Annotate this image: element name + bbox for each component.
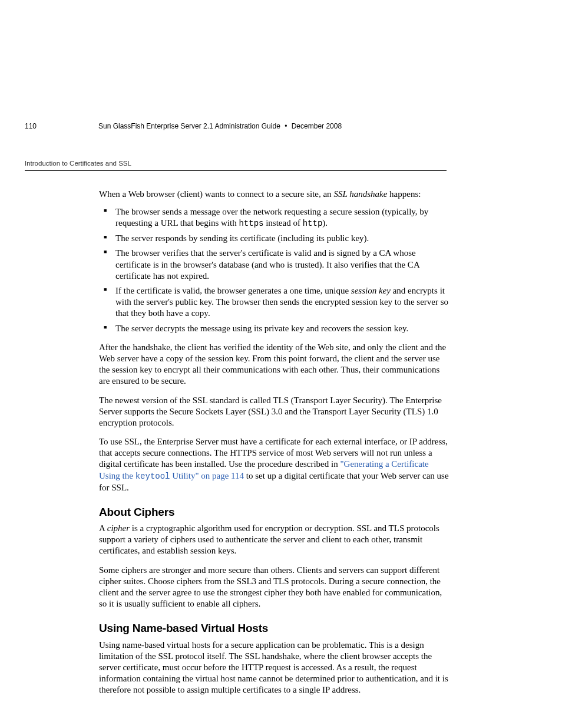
intro-paragraph: When a Web browser (client) wants to con… [99, 189, 450, 200]
footer-date: December 2008 [292, 122, 342, 130]
heading-about-ciphers: About Ciphers [99, 505, 450, 519]
paragraph: Using name-based virtual hosts for a sec… [99, 640, 450, 696]
link-code: keytool [135, 472, 170, 481]
text: happens: [387, 189, 421, 199]
paragraph: The newest version of the SSL standard i… [99, 395, 450, 429]
text: If the certificate is valid, the browser… [115, 286, 351, 295]
text: The server responds by sending its certi… [115, 233, 369, 243]
code: https [239, 219, 263, 228]
page-footer: 110Sun GlassFish Enterprise Server 2.1 A… [25, 122, 537, 130]
page-number: 110 [25, 122, 98, 130]
text: The server decrypts the message using it… [115, 324, 408, 333]
text: Using name-based virtual hosts for a sec… [99, 640, 448, 695]
footer-doc-title: Sun GlassFish Enterprise Server 2.1 Admi… [98, 122, 342, 130]
text: Some ciphers are stronger and more secur… [99, 565, 442, 609]
paragraph: A cipher is a cryptographic algorithm us… [99, 523, 450, 557]
text: Sun GlassFish Enterprise Server 2.1 Admi… [98, 122, 280, 130]
running-header: Introduction to Certificates and SSL [25, 160, 447, 171]
running-header-text: Introduction to Certificates and SSL [25, 160, 131, 167]
text-italic: SSL handshake [333, 189, 387, 199]
text: instead of [263, 218, 302, 228]
paragraph: Some ciphers are stronger and more secur… [99, 565, 450, 610]
text: ). [322, 218, 328, 228]
list-item: If the certificate is valid, the browser… [99, 285, 450, 319]
code: http [303, 219, 323, 228]
heading-virtual-hosts: Using Name-based Virtual Hosts [99, 621, 450, 635]
separator: • [285, 122, 287, 130]
paragraph: After the handshake, the client has veri… [99, 342, 450, 387]
page-content: When a Web browser (client) wants to con… [99, 189, 450, 696]
handshake-list: The browser sends a message over the net… [99, 206, 450, 334]
text-italic: cipher [107, 523, 130, 533]
text: When a Web browser (client) wants to con… [99, 189, 333, 199]
list-item: The browser sends a message over the net… [99, 206, 450, 229]
list-item: The server responds by sending its certi… [99, 233, 450, 244]
link-text: Utility" on page 114 [170, 471, 244, 480]
text: is a cryptographic algorithm used for en… [99, 523, 439, 555]
text: The browser verifies that the server's c… [115, 248, 419, 280]
list-item: The server decrypts the message using it… [99, 323, 450, 334]
text-italic: session key [351, 286, 391, 295]
paragraph: To use SSL, the Enterprise Server must h… [99, 436, 450, 493]
list-item: The browser verifies that the server's c… [99, 248, 450, 282]
text: After the handshake, the client has veri… [99, 342, 446, 386]
text: The newest version of the SSL standard i… [99, 396, 442, 427]
text: A [99, 523, 107, 533]
